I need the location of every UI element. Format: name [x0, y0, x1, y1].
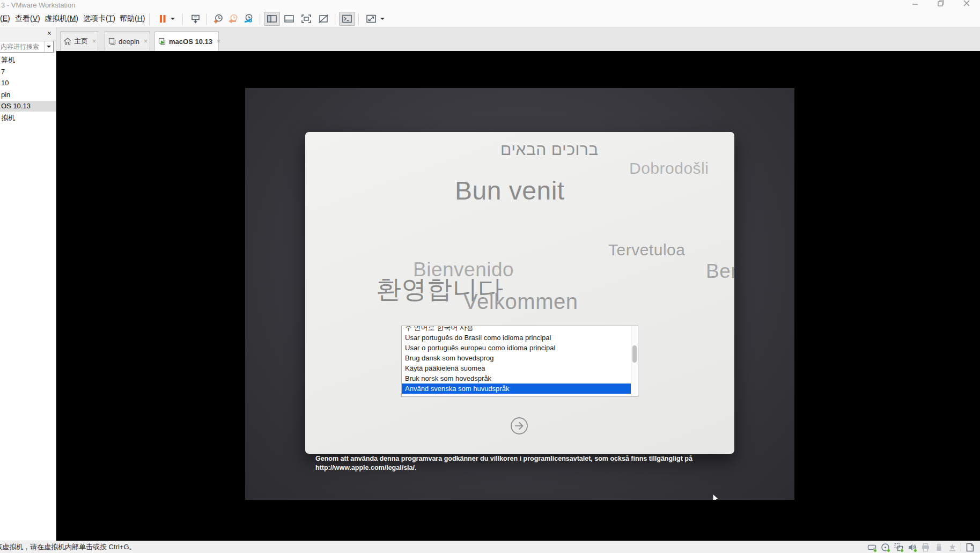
license-agreement-text: Genom att använda denna programvara godk… — [315, 454, 739, 473]
status-message: 该虚拟机，请在虚拟机内部单击或按 Ctrl+G。 — [0, 541, 867, 553]
library-panel-toggle-button[interactable] — [264, 12, 280, 26]
tab-close-icon[interactable]: × — [216, 38, 222, 45]
send-ctrl-alt-del-button[interactable] — [188, 12, 203, 26]
titlebar: 3 - VMware Workstation — [0, 0, 980, 12]
greeting-finnish: Tervetuloa — [608, 241, 685, 259]
search-dropdown-button[interactable] — [44, 41, 53, 52]
macos-installer-welcome-dialog: ברוכים הבאים Dobrodošli Bun venit Tervet… — [305, 132, 734, 454]
console-icon — [342, 14, 352, 24]
menu-tabs[interactable]: 选项卡(T) — [83, 14, 115, 24]
toolbar-separator — [260, 13, 260, 25]
greeting-slovenian: Dobrodošli — [629, 159, 709, 178]
tab-macos-10-13[interactable]: macOS 10.13 × — [154, 31, 219, 51]
language-list[interactable]: 주 언어로 한국어 사용 Usar português do Brasil co… — [401, 326, 638, 397]
chevron-down-icon[interactable] — [171, 18, 175, 20]
language-option-danish[interactable]: Brug dansk som hovedsprog — [402, 353, 631, 363]
connected-dot — [887, 549, 890, 552]
fit-screen-icon — [366, 14, 377, 24]
menu-help[interactable]: 帮助(H) — [120, 14, 145, 24]
sidebar-item-vm-1[interactable]: 7 — [0, 67, 56, 77]
greeting-hebrew: ברוכים הבאים — [500, 141, 599, 159]
chevron-down-icon[interactable] — [380, 18, 385, 20]
mouse-cursor — [712, 493, 719, 500]
console-view-button[interactable] — [339, 12, 355, 26]
sound-icon[interactable] — [907, 542, 917, 552]
vm-library-list: 算机 7 10 pin OS 10.13 拟机 — [0, 53, 56, 541]
printer-icon[interactable] — [920, 542, 930, 552]
fullscreen-button[interactable] — [298, 12, 314, 26]
greeting-romanian: Bun venit — [455, 176, 565, 205]
sidebar-item-vm-2[interactable]: 10 — [0, 78, 56, 89]
sidebar-item-my-computer[interactable]: 算机 — [0, 55, 56, 65]
revert-snapshot-icon — [228, 13, 239, 24]
unity-mode-button[interactable] — [315, 12, 331, 26]
snapshot-manager-icon — [243, 13, 254, 24]
search-placeholder: 入内容进行搜索 — [0, 41, 44, 52]
menubar: (E) 查看(V) 虚拟机(M) 选项卡(T) 帮助(H) — [0, 12, 980, 27]
menu-view[interactable]: 查看(V) — [15, 14, 40, 24]
continue-button[interactable] — [510, 417, 528, 435]
language-option-swedish[interactable]: Använd svenska som huvudspråk — [402, 384, 631, 394]
pause-icon — [158, 14, 167, 24]
vm-display-area[interactable]: ברוכים הבאים Dobrodošli Bun venit Tervet… — [56, 51, 980, 541]
message-log-icon[interactable] — [965, 542, 975, 552]
greeting-portuguese: Bem — [706, 260, 734, 283]
thumbnail-bar-toggle-button[interactable] — [281, 12, 297, 26]
ctrl-alt-del-icon — [190, 14, 201, 24]
cd-dvd-icon[interactable] — [880, 542, 890, 552]
connected-dot — [873, 549, 877, 552]
language-option-korean[interactable]: 주 언어로 한국어 사용 — [402, 326, 631, 333]
sidebar-close-icon[interactable]: × — [47, 29, 51, 38]
vm-icon — [108, 38, 116, 45]
language-option-finnish[interactable]: Käytä pääkielenä suomea — [402, 363, 631, 373]
connected-dot — [913, 549, 917, 552]
home-icon — [64, 38, 71, 45]
sidebar-item-deepin[interactable]: pin — [0, 90, 56, 100]
library-search-input[interactable]: 入内容进行搜索 — [0, 41, 54, 53]
minimize-button[interactable] — [911, 0, 919, 6]
toolbar-separator — [335, 13, 335, 25]
take-snapshot-button[interactable] — [211, 12, 226, 26]
network-adapter-icon[interactable] — [894, 542, 903, 552]
hard-disk-icon[interactable] — [867, 542, 876, 552]
revert-snapshot-button[interactable] — [226, 12, 241, 26]
scrollbar-thumb[interactable] — [632, 345, 637, 363]
language-option-pt-brazil[interactable]: Usar português do Brasil como idioma pri… — [402, 333, 631, 343]
greeting-danish: Velkommen — [463, 290, 578, 314]
macos-guest-screen[interactable]: ברוכים הבאים Dobrodošli Bun venit Tervet… — [245, 88, 794, 500]
thumbnail-bar-icon — [284, 14, 294, 24]
menu-edit[interactable]: (E) — [0, 14, 10, 23]
sidebar-item-macos-10-13[interactable]: OS 10.13 — [0, 101, 56, 112]
fit-guest-screen-button[interactable] — [363, 12, 387, 26]
sidebar-item-shared-vms[interactable]: 拟机 — [0, 113, 56, 123]
close-icon[interactable] — [963, 0, 970, 6]
tab-close-icon[interactable]: × — [143, 38, 149, 45]
tab-home[interactable]: 主页 × — [60, 31, 98, 51]
take-snapshot-icon — [213, 13, 224, 24]
fullscreen-icon — [301, 14, 312, 24]
tab-deepin[interactable]: deepin × — [105, 31, 150, 51]
unity-mode-icon — [318, 14, 329, 24]
menu-vm[interactable]: 虚拟机(M) — [45, 14, 78, 24]
toolbar-separator — [182, 13, 183, 25]
language-list-scrollbar[interactable] — [631, 326, 638, 396]
tab-close-icon[interactable]: × — [91, 38, 97, 45]
window-title: 3 - VMware Workstation — [1, 1, 75, 9]
toolbar-separator — [206, 13, 207, 25]
pause-vm-button[interactable] — [154, 12, 178, 26]
restore-button[interactable] — [937, 0, 945, 6]
connected-dot — [900, 549, 904, 552]
status-separator — [961, 543, 961, 551]
library-sidebar: × 入内容进行搜索 算机 7 10 pin OS 10.13 拟机 — [0, 27, 56, 541]
language-option-pt-europe[interactable]: Usar o português europeu como idioma pri… — [402, 343, 631, 353]
usb-icon[interactable] — [934, 542, 944, 552]
arrow-right-icon — [510, 417, 528, 435]
tab-strip: 主页 × deepin × macOS 10.13 × — [56, 27, 980, 51]
chevron-down-icon — [47, 46, 51, 48]
vm-running-icon — [158, 38, 166, 45]
snapshot-manager-button[interactable] — [241, 12, 256, 26]
toolbar-separator — [358, 13, 359, 25]
peripheral-icon[interactable] — [947, 542, 957, 552]
statusbar: 该虚拟机，请在虚拟机内部单击或按 Ctrl+G。 — [0, 541, 980, 553]
language-option-norwegian[interactable]: Bruk norsk som hovedspråk — [402, 373, 631, 384]
